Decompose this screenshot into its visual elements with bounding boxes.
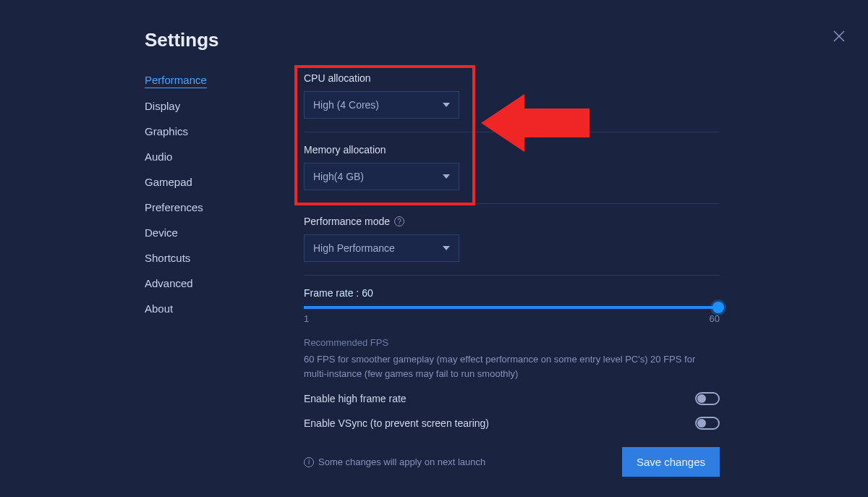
- close-button[interactable]: [832, 29, 846, 43]
- chevron-down-icon: [443, 103, 450, 107]
- high-frame-rate-label: Enable high frame rate: [304, 393, 407, 404]
- footer-note-text: Some changes will apply on next launch: [318, 456, 485, 467]
- slider-track: [304, 306, 720, 309]
- save-changes-button[interactable]: Save changes: [622, 447, 720, 477]
- frame-rate-slider[interactable]: 1 60: [304, 306, 720, 324]
- sidebar-item-display[interactable]: Display: [145, 98, 253, 114]
- memory-allocation-block: Memory allocation High(4 GB): [304, 144, 720, 190]
- sidebar-item-advanced[interactable]: Advanced: [145, 276, 253, 291]
- sidebar-item-audio[interactable]: Audio: [145, 149, 253, 164]
- settings-content: CPU allocation High (4 Cores) Memory all…: [304, 72, 720, 497]
- frame-rate-label: Frame rate : 60: [304, 287, 720, 299]
- performance-mode-block: Performance mode ? High Performance: [304, 216, 720, 262]
- high-frame-rate-toggle[interactable]: [695, 392, 720, 405]
- toggle-knob: [697, 419, 706, 428]
- divider: [304, 203, 720, 204]
- cpu-allocation-dropdown[interactable]: High (4 Cores): [304, 91, 459, 119]
- performance-mode-value: High Performance: [313, 242, 395, 254]
- memory-allocation-label: Memory allocation: [304, 144, 720, 156]
- info-icon: i: [304, 457, 314, 467]
- toggle-knob: [697, 394, 706, 403]
- performance-mode-label-text: Performance mode: [304, 216, 390, 227]
- recommended-fps-title: Recommended FPS: [304, 337, 720, 348]
- settings-window: Settings Performance Display Graphics Au…: [0, 0, 868, 497]
- footer-note: i Some changes will apply on next launch: [304, 456, 485, 467]
- vsync-label: Enable VSync (to prevent screen tearing): [304, 417, 489, 429]
- sidebar-item-device[interactable]: Device: [145, 225, 253, 240]
- divider: [304, 275, 720, 276]
- sidebar-item-gamepad[interactable]: Gamepad: [145, 174, 253, 190]
- recommended-fps-text: 60 FPS for smoother gameplay (may effect…: [304, 352, 709, 381]
- close-icon: [832, 29, 846, 43]
- performance-mode-dropdown[interactable]: High Performance: [304, 234, 459, 262]
- cpu-allocation-label: CPU allocation: [304, 72, 720, 84]
- cpu-allocation-block: CPU allocation High (4 Cores): [304, 72, 720, 119]
- chevron-down-icon: [443, 174, 450, 179]
- cpu-allocation-value: High (4 Cores): [313, 99, 379, 111]
- slider-thumb[interactable]: [712, 302, 724, 313]
- chevron-down-icon: [443, 246, 450, 250]
- vsync-toggle[interactable]: [695, 417, 720, 430]
- settings-sidebar: Performance Display Graphics Audio Gamep…: [145, 72, 253, 316]
- slider-min: 1: [304, 313, 309, 324]
- high-frame-rate-row: Enable high frame rate: [304, 392, 720, 405]
- sidebar-item-preferences[interactable]: Preferences: [145, 200, 253, 215]
- memory-allocation-value: High(4 GB): [313, 171, 364, 182]
- vsync-row: Enable VSync (to prevent screen tearing): [304, 417, 720, 430]
- slider-max: 60: [710, 313, 720, 324]
- sidebar-item-performance[interactable]: Performance: [145, 72, 207, 88]
- memory-allocation-dropdown[interactable]: High(4 GB): [304, 163, 459, 190]
- page-title: Settings: [145, 29, 219, 51]
- footer: i Some changes will apply on next launch…: [304, 447, 720, 477]
- help-icon[interactable]: ?: [394, 216, 404, 226]
- sidebar-item-graphics[interactable]: Graphics: [145, 124, 253, 139]
- slider-range: 1 60: [304, 313, 720, 324]
- divider: [304, 132, 720, 132]
- sidebar-item-shortcuts[interactable]: Shortcuts: [145, 250, 253, 266]
- performance-mode-label: Performance mode ?: [304, 216, 720, 227]
- sidebar-item-about[interactable]: About: [145, 301, 253, 316]
- frame-rate-block: Frame rate : 60 1 60 Recommended FPS 60 …: [304, 287, 720, 430]
